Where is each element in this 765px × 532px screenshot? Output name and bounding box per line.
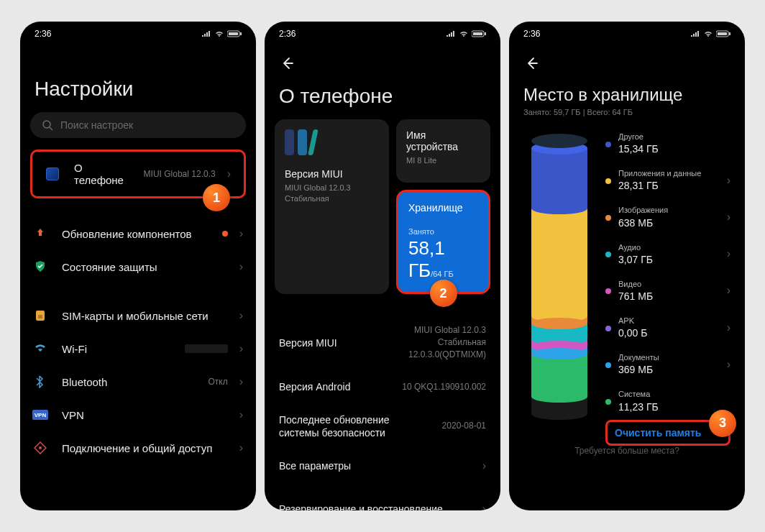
row-all-specs[interactable]: Все параметры › [265, 449, 500, 482]
legend-label: Изображения [618, 206, 720, 215]
legend-row[interactable]: Другое15,34 ГБ [605, 128, 730, 165]
back-arrow-icon [280, 56, 295, 70]
backup-label: Резервирование и восстановление [279, 503, 477, 510]
chevron-right-icon: › [482, 459, 486, 472]
step-badge-1: 1 [203, 184, 230, 211]
battery-icon [227, 30, 242, 37]
legend-row[interactable]: Видео761 МБ› [605, 275, 730, 312]
update-icon [30, 227, 50, 240]
wifi-label: Wi-Fi [62, 343, 173, 355]
legend-row[interactable]: Документы369 МБ› [605, 349, 730, 385]
chevron-right-icon: › [239, 408, 243, 421]
row-security-patch[interactable]: Последнее обновление системы безопасност… [265, 403, 500, 449]
clean-button-wrapper: Очистить память 3 [605, 420, 730, 446]
sim-icon [30, 309, 50, 322]
chevron-right-icon: › [727, 247, 730, 260]
vpn-label: VPN [62, 409, 228, 421]
status-time: 2:36 [279, 29, 296, 39]
row-backup[interactable]: Резервирование и восстановление › [265, 492, 500, 510]
status-icons [201, 30, 242, 37]
legend-row[interactable]: APK0,00 Б› [605, 312, 730, 349]
legend-label: Система [618, 390, 730, 399]
legend-label: Приложения и данные [618, 169, 720, 178]
status-icons [446, 30, 486, 37]
legend-value: 28,31 ГБ [618, 180, 720, 191]
legend-value: 11,23 ГБ [618, 401, 730, 413]
chevron-right-icon: › [727, 211, 730, 224]
card-miui[interactable]: Версия MIUI MIUI Global 12.0.3 Стабильна… [275, 119, 389, 294]
share-label: Подключение и общий доступ [62, 442, 228, 454]
update-badge [222, 231, 228, 237]
all-specs-label: Все параметры [279, 460, 477, 472]
wifi-icon [214, 30, 224, 37]
wifi-row[interactable]: Wi-Fi › [20, 332, 256, 365]
card-miui-label: Версия MIUI [285, 168, 379, 180]
legend-label: APK [618, 316, 720, 326]
legend-value: 0,00 Б [618, 327, 720, 339]
legend-dot [605, 399, 611, 405]
legend-row[interactable]: Аудио3,07 ГБ› [605, 239, 730, 275]
legend-dot [605, 215, 611, 221]
chevron-right-icon: › [227, 168, 231, 180]
vpn-row[interactable]: VPN VPN › [20, 398, 256, 431]
signal-icon [690, 30, 700, 37]
patch-value: 2020-08-01 [442, 420, 486, 432]
step-badge-2: 2 [430, 280, 457, 307]
about-label: О телефоне [74, 162, 132, 186]
legend-value: 15,34 ГБ [618, 143, 730, 155]
legend-row[interactable]: Изображения638 МБ› [605, 201, 730, 238]
bluetooth-icon [30, 375, 50, 388]
back-button[interactable] [275, 50, 301, 76]
chevron-right-icon: › [727, 321, 730, 334]
card-device-name[interactable]: Имя устройства MI 8 Lite [396, 119, 490, 183]
svg-rect-10 [485, 32, 486, 35]
chevron-right-icon: › [239, 441, 243, 454]
legend-label: Другое [618, 132, 730, 142]
security-label: Состояние защиты [62, 261, 228, 273]
search-input[interactable]: Поиск настроек [30, 112, 246, 138]
chevron-right-icon: › [239, 260, 243, 273]
wifi-icon [459, 30, 469, 37]
patch-label: Последнее обновление системы безопасност… [279, 413, 408, 439]
chevron-right-icon: › [727, 174, 730, 187]
back-arrow-icon [525, 56, 539, 70]
miui-version-value: MIUI Global 12.0.3 Стабильная 12.0.3.0(Q… [408, 324, 486, 360]
card-miui-value: MIUI Global 12.0.3 Стабильная [285, 183, 379, 205]
svg-rect-13 [729, 32, 730, 35]
about-icon [42, 168, 63, 180]
phone-settings: 2:36 Настройки Поиск настроек О телефоне… [20, 22, 256, 510]
share-icon [30, 441, 50, 454]
search-placeholder: Поиск настроек [60, 119, 133, 131]
miui-version-label: Версия MIUI [279, 337, 408, 349]
storage-label: Хранилище [408, 202, 478, 214]
shield-icon [30, 260, 50, 273]
chevron-right-icon: › [727, 284, 730, 297]
svg-rect-2 [240, 32, 242, 35]
row-android-version[interactable]: Версия Android 10 QKQ1.190910.002 [265, 371, 500, 403]
sim-row[interactable]: SIM-карты и мобильные сети › [20, 299, 256, 332]
chevron-right-icon: › [239, 342, 243, 355]
legend-value: 3,07 ГБ [618, 254, 720, 265]
row-miui-version[interactable]: Версия MIUI MIUI Global 12.0.3 Стабильна… [265, 314, 500, 370]
legend-value: 761 МБ [618, 290, 720, 302]
step-badge-3: 3 [709, 410, 736, 437]
battery-icon [472, 30, 486, 37]
battery-icon [716, 30, 730, 37]
page-title: Настройки [20, 43, 256, 112]
signal-icon [446, 30, 456, 37]
share-row[interactable]: Подключение и общий доступ › [20, 431, 256, 464]
legend-label: Аудио [618, 243, 720, 252]
back-button[interactable] [519, 50, 545, 76]
android-version-label: Версия Android [279, 381, 402, 393]
legend-dot [605, 252, 611, 257]
bluetooth-row[interactable]: Bluetooth Откл › [20, 365, 256, 398]
svg-rect-1 [229, 32, 238, 35]
security-row[interactable]: Состояние защиты › [20, 250, 256, 283]
sim-label: SIM-карты и мобильные сети [62, 310, 228, 322]
status-bar: 2:36 [509, 22, 745, 43]
chevron-right-icon: › [482, 503, 486, 510]
card-storage[interactable]: Хранилище Занято 58,1 ГБ/64 ГБ [396, 190, 490, 294]
update-row[interactable]: Обновление компонентов › [20, 217, 256, 250]
update-label: Обновление компонентов [62, 228, 211, 240]
legend-row[interactable]: Приложения и данные28,31 ГБ› [605, 165, 730, 201]
